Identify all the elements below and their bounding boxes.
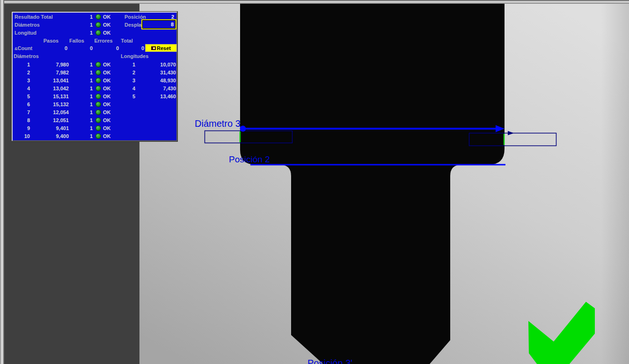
diameter-value: 13,041 — [41, 77, 69, 84]
count-fallos: 0 — [74, 45, 93, 51]
position-label: Posición — [124, 14, 146, 20]
status-led-icon — [95, 117, 101, 123]
counter-header-row: Pasos Fallos Errores Total — [13, 37, 176, 44]
header-errores: Errores — [92, 37, 115, 44]
length-value: 7,430 — [148, 85, 176, 92]
inspection-app-window: Diámetro 3 Posición 2 Posición 3' Result… — [0, 0, 629, 364]
length-value: 48,930 — [148, 77, 176, 84]
status-led-icon — [95, 78, 101, 83]
diameter-count: 1 — [79, 109, 93, 116]
diameter-status: OK — [103, 125, 111, 131]
length-index: 4 — [121, 85, 135, 92]
summary-status: OK — [103, 14, 111, 20]
diameter-index: 1 — [16, 61, 30, 68]
length-index: 1 — [121, 61, 135, 68]
table-row: 5 15,131 1 OK 5 13,460 — [13, 93, 176, 100]
diameter-count: 1 — [79, 117, 93, 124]
status-led-icon — [95, 102, 101, 107]
length-index: 3 — [121, 77, 135, 84]
header-fallos: Fallos — [65, 37, 88, 44]
diameter-status: OK — [103, 69, 111, 76]
diameter-status: OK — [103, 133, 111, 139]
diameter-value: 7,982 — [41, 69, 69, 76]
diameter-value: 13,042 — [41, 85, 69, 92]
window-frame-top — [0, 0, 629, 4]
camera-right-shade — [601, 4, 629, 364]
diameter-index: 6 — [16, 101, 30, 108]
table-row: 1 7,980 1 OK 1 10,070 — [13, 61, 176, 68]
diameter-status: OK — [103, 85, 111, 92]
table-row: 9 9,401 1 OK — [13, 125, 176, 131]
diameter-index: 7 — [16, 109, 30, 116]
table-row: 8 12,051 1 OK — [13, 117, 176, 124]
status-led-icon — [95, 70, 101, 75]
summary-count: 1 — [78, 14, 93, 20]
diametros-section-title: Diámetros — [14, 53, 39, 59]
camera-image: Diámetro 3 Posición 2 Posición 3' — [139, 4, 629, 364]
table-row: 7 12,054 1 OK — [13, 109, 176, 116]
table-row: 2 7,982 1 OK 2 31,430 — [13, 69, 176, 76]
diameter-status: OK — [103, 109, 111, 116]
diameter-count: 1 — [79, 77, 93, 84]
diameter-value: 15,132 — [41, 101, 69, 108]
status-led-icon — [95, 86, 101, 91]
summary-status: OK — [103, 22, 111, 28]
status-led-icon — [95, 22, 101, 28]
reset-icon — [151, 46, 156, 50]
status-led-icon — [95, 125, 101, 131]
diameter-value: 12,051 — [41, 117, 69, 124]
summary-label: Diámetros — [15, 22, 40, 28]
status-led-icon — [95, 109, 101, 115]
diameter-annotation-label: Diámetro 3 — [195, 118, 241, 129]
desplaz-input[interactable]: 8 — [142, 20, 176, 29]
reset-button[interactable]: Reset — [145, 44, 177, 52]
summary-count: 1 — [78, 22, 93, 28]
length-index: 2 — [121, 69, 135, 76]
position-annotation-label: Posición 2 — [229, 154, 270, 164]
count-label: Count — [18, 45, 33, 51]
header-pasos: Pasos — [39, 37, 63, 44]
diameter-index: 10 — [16, 133, 30, 139]
diameter-index: 4 — [16, 85, 30, 92]
results-overlay-panel: Resultado Total 1 OK Posición 2 Diámetro… — [12, 12, 177, 141]
diameter-count: 1 — [79, 125, 93, 131]
diameter-count: 1 — [79, 69, 93, 76]
summary-row: Resultado Total 1 OK Posición 2 — [13, 14, 176, 20]
length-value: 31,430 — [148, 69, 176, 76]
diameter-status: OK — [103, 61, 111, 68]
diameter-count: 1 — [79, 133, 93, 139]
section-title-row: Diámetros Longitudes — [13, 53, 176, 59]
summary-label: Resultado Total — [15, 14, 53, 20]
diameter-value: 9,401 — [41, 125, 69, 131]
diameter-count: 1 — [79, 85, 93, 92]
diameter-value: 7,980 — [41, 61, 69, 68]
status-led-icon — [95, 14, 101, 20]
diameter-status: OK — [103, 101, 111, 108]
diameter-value: 15,131 — [41, 93, 69, 100]
status-led-icon — [95, 62, 101, 67]
length-index: 5 — [121, 93, 135, 100]
diameter-index: 9 — [16, 125, 30, 131]
diameter-count: 1 — [79, 101, 93, 108]
diameter-count: 1 — [79, 93, 93, 100]
diameter-index: 5 — [16, 93, 30, 100]
status-led-icon — [95, 30, 101, 36]
length-value: 13,460 — [148, 93, 176, 100]
summary-label: Longitud — [15, 29, 37, 36]
diameter-index: 3 — [16, 77, 30, 84]
diameter-count: 1 — [79, 61, 93, 68]
diameter-index: 8 — [16, 117, 30, 124]
diameter-status: OK — [103, 93, 111, 100]
diameter-status: OK — [103, 77, 111, 84]
status-led-icon — [95, 133, 101, 139]
diameter-value: 12,054 — [41, 109, 69, 116]
count-total: 0 — [125, 45, 144, 51]
table-row: 6 15,132 1 OK — [13, 101, 176, 108]
position-value: 2 — [152, 14, 174, 20]
summary-count: 1 — [78, 29, 93, 36]
table-row: 4 13,042 1 OK 4 7,430 — [13, 85, 176, 92]
longitudes-section-title: Longitudes — [121, 53, 148, 59]
diameter-value: 9,400 — [41, 133, 69, 139]
status-led-icon — [95, 94, 101, 99]
diameter-status: OK — [103, 117, 111, 124]
